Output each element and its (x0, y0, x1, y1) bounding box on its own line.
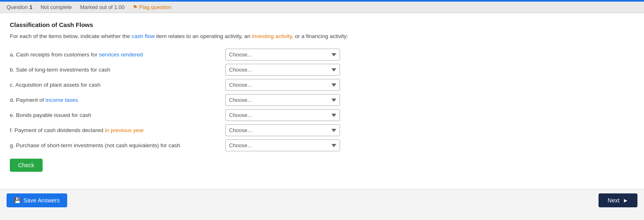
row-c-select-wrapper: Choose... Operating activity Investing a… (225, 79, 340, 91)
row-b-label: b. Sale of long-term investments for cas… (10, 67, 219, 73)
question-number: 1 (29, 4, 32, 10)
row-d-label: d. Payment of income taxes (10, 97, 219, 103)
flag-question-label: Flag question (139, 4, 171, 10)
row-g-label: g. Purchase of short-term investments (n… (10, 142, 219, 148)
row-f-select[interactable]: Choose... Operating activity Investing a… (225, 124, 340, 136)
question-header: Question 1 Not complete Marked out of 1.… (0, 2, 644, 13)
flag-icon: ⚑ (133, 4, 138, 10)
row-d-select[interactable]: Choose... Operating activity Investing a… (225, 94, 340, 106)
row-c-label: c. Acquisition of plant assets for cash (10, 82, 219, 88)
question-instructions: For each of the items below, indicate wh… (10, 32, 634, 40)
question-status: Not complete (41, 4, 72, 10)
save-answers-button[interactable]: 💾 Save Answers (7, 193, 67, 207)
marked-out-of: Marked out of 1.00 (80, 4, 125, 10)
row-e-select-wrapper: Choose... Operating activity Investing a… (225, 109, 340, 121)
row-g-select-wrapper: Choose... Operating activity Investing a… (225, 139, 340, 151)
row-f: f. Payment of cash dividends declared in… (10, 124, 634, 136)
row-a: a. Cash receipts from customers for serv… (10, 49, 634, 61)
check-button[interactable]: Check (10, 159, 43, 172)
row-a-select-wrapper: Choose... Operating activity Investing a… (225, 49, 340, 61)
save-answers-label: Save Answers (23, 197, 60, 204)
row-b-select-wrapper: Choose... Operating activity Investing a… (225, 64, 340, 76)
row-d: d. Payment of income taxes Choose... Ope… (10, 94, 634, 106)
row-d-select-wrapper: Choose... Operating activity Investing a… (225, 94, 340, 106)
row-c-select[interactable]: Choose... Operating activity Investing a… (225, 79, 340, 91)
row-f-select-wrapper: Choose... Operating activity Investing a… (225, 124, 340, 136)
save-icon: 💾 (14, 197, 21, 204)
row-c: c. Acquisition of plant assets for cash … (10, 79, 634, 91)
question-title: Classification of Cash Flows (10, 21, 634, 28)
row-e-select[interactable]: Choose... Operating activity Investing a… (225, 109, 340, 121)
row-g: g. Purchase of short-term investments (n… (10, 139, 634, 151)
next-label: Next (608, 197, 619, 204)
row-b-select[interactable]: Choose... Operating activity Investing a… (225, 64, 340, 76)
main-content: Classification of Cash Flows For each of… (0, 13, 644, 189)
row-a-select[interactable]: Choose... Operating activity Investing a… (225, 49, 340, 61)
next-arrow-icon: ► (623, 197, 628, 204)
bottom-bar: 💾 Save Answers Next ► (0, 189, 644, 211)
row-a-label: a. Cash receipts from customers for serv… (10, 52, 219, 58)
row-f-label: f. Payment of cash dividends declared in… (10, 127, 219, 133)
row-e: e. Bonds payable issued for cash Choose.… (10, 109, 634, 121)
flag-question-link[interactable]: ⚑ Flag question (133, 4, 171, 10)
question-label: Question 1 (7, 4, 32, 10)
row-b: b. Sale of long-term investments for cas… (10, 64, 634, 76)
row-g-select[interactable]: Choose... Operating activity Investing a… (225, 139, 340, 151)
next-button[interactable]: Next ► (599, 193, 637, 207)
row-e-label: e. Bonds payable issued for cash (10, 112, 219, 118)
